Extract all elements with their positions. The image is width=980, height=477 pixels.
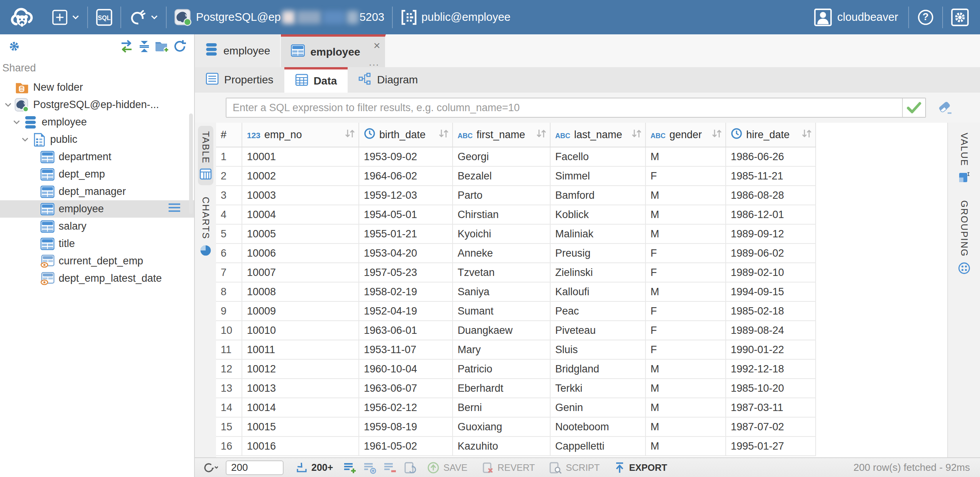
grid-cell[interactable]: 1985-02-18 [726,301,816,321]
grid-cell[interactable]: 10011 [242,340,359,359]
grid-cell[interactable]: 10001 [242,147,359,166]
grid-cell[interactable]: Parto [453,186,550,205]
chevron-down-icon[interactable] [11,120,22,125]
sort-icon[interactable] [801,129,812,141]
grid-cell[interactable]: F [645,166,726,186]
grid-cell[interactable]: 10015 [242,417,359,436]
grid-cell[interactable]: 10003 [242,186,359,205]
grid-cell[interactable]: M [645,147,726,166]
grid-cell[interactable]: Simmel [550,166,645,186]
clear-filter-eraser-icon[interactable] [937,100,954,115]
column-header[interactable]: hire_date [726,123,816,147]
tree-item[interactable]: salary [0,218,194,235]
driver-manager-button[interactable] [121,0,166,34]
grid-cell[interactable]: 1989-08-24 [726,321,816,340]
tab-diagram[interactable]: Diagram [348,67,429,93]
grid-cell[interactable]: Kalloufi [550,282,645,301]
grid-cell[interactable]: Bridgland [550,359,645,379]
grid-cell[interactable]: 1960-10-04 [359,359,453,379]
grid-cell[interactable]: F [645,263,726,282]
new-folder-icon[interactable] [153,37,171,55]
grid-cell[interactable]: M [645,186,726,205]
grid-cell[interactable]: Facello [550,147,645,166]
column-header[interactable]: ABC gender [645,123,726,147]
tree-item[interactable]: dept_emp [0,166,194,183]
grid-cell[interactable]: 10009 [242,301,359,321]
grid-cell[interactable]: 1989-02-10 [726,263,816,282]
tree-item[interactable]: employee [0,113,194,131]
tab-data[interactable]: Data [284,67,348,93]
grid-cell[interactable]: F [645,244,726,263]
grid-cell[interactable]: Duangkaew [453,321,550,340]
grid-cell[interactable]: 1955-01-21 [359,224,453,244]
presentation-tab-charts[interactable]: CHARTS [198,191,213,262]
grid-cell[interactable]: M [645,359,726,379]
fetch-size-input[interactable] [226,460,284,475]
column-header[interactable]: ABC last_name [550,123,645,147]
table-row[interactable]: 6100061953-04-20AnnekePreusigF1989-06-02 [216,244,816,263]
tab-employee-database[interactable]: employee [195,34,281,67]
grid-cell[interactable]: 1952-04-19 [359,301,453,321]
table-row[interactable]: 8100081958-02-19SaniyaKalloufiM1994-09-1… [216,282,816,301]
grid-cell[interactable]: 10014 [242,398,359,417]
grid-cell[interactable]: 10013 [242,379,359,398]
grid-cell[interactable]: Zielinski [550,263,645,282]
sql-filter-input[interactable] [226,98,902,117]
grid-cell[interactable]: Bezalel [453,166,550,186]
sidebar-scrollbar[interactable] [189,113,193,214]
grid-cell[interactable]: 10008 [242,282,359,301]
tree-item[interactable]: dept_emp_latest_date [0,270,194,287]
grid-cell[interactable]: Saniya [453,282,550,301]
tab-menu-dots-icon[interactable]: ... [369,59,380,66]
tree-item[interactable]: title [0,235,194,252]
tree-item[interactable]: PostgreSQL@ep-hidden-... [0,96,194,113]
connection-selector[interactable]: PostgreSQL@ep 5203 [167,0,392,34]
sort-icon[interactable] [631,129,642,141]
panel-tab-grouping[interactable]: GROUPING [956,195,972,280]
tree-item[interactable]: employee [0,200,194,218]
chevron-down-icon[interactable] [2,102,14,107]
table-row[interactable]: 16100161961-05-02KazuhitoCappellettiM199… [216,436,816,456]
grid-cell[interactable]: M [645,205,726,224]
sql-editor-button[interactable]: SQL [88,0,120,34]
sort-icon[interactable] [438,129,449,141]
grid-cell[interactable]: 1963-06-01 [359,321,453,340]
grid-cell[interactable]: Eberhardt [453,379,550,398]
add-row-button[interactable] [341,460,358,475]
grid-cell[interactable]: 1963-06-07 [359,379,453,398]
grid-cell[interactable]: 1986-08-28 [726,186,816,205]
grid-cell[interactable]: 1953-11-07 [359,340,453,359]
sort-icon[interactable] [536,129,547,141]
grid-cell[interactable]: 10016 [242,436,359,456]
grid-cell[interactable]: 1989-09-12 [726,224,816,244]
save-button[interactable]: SAVE [422,460,473,475]
tab-properties[interactable]: Properties [195,67,284,93]
settings-button[interactable] [943,0,977,34]
link-with-editor-icon[interactable] [118,37,135,55]
grid-cell[interactable]: M [645,417,726,436]
grid-cell[interactable]: F [645,321,726,340]
grid-cell[interactable]: 1956-02-12 [359,398,453,417]
grid-cell[interactable]: Sumant [453,301,550,321]
sidebar-settings-gear-icon[interactable] [5,37,23,55]
grid-cell[interactable]: Georgi [453,147,550,166]
grid-cell[interactable]: F [645,340,726,359]
table-row[interactable]: 15100151959-08-19GuoxiangNooteboomM1987-… [216,417,816,436]
panel-tab-value[interactable]: VALUE [957,127,972,189]
grid-cell[interactable]: Tzvetan [453,263,550,282]
grid-cell[interactable]: Terkki [550,379,645,398]
grid-cell[interactable]: 1987-03-11 [726,398,816,417]
grid-cell[interactable]: 1953-04-20 [359,244,453,263]
grid-cell[interactable]: F [645,301,726,321]
collapse-all-icon[interactable] [135,37,153,55]
grid-cell[interactable]: 10007 [242,263,359,282]
grid-cell[interactable]: Koblick [550,205,645,224]
schema-selector[interactable]: public@employee [393,0,518,34]
grid-cell[interactable]: 1958-02-19 [359,282,453,301]
grid-cell[interactable]: 1964-06-02 [359,166,453,186]
grid-cell[interactable]: Berni [453,398,550,417]
revert-button[interactable]: REVERT [476,460,541,475]
grid-cell[interactable]: 1987-07-02 [726,417,816,436]
grid-cell[interactable]: 1985-11-21 [726,166,816,186]
table-row[interactable]: 1100011953-09-02GeorgiFacelloM1986-06-26 [216,147,816,166]
